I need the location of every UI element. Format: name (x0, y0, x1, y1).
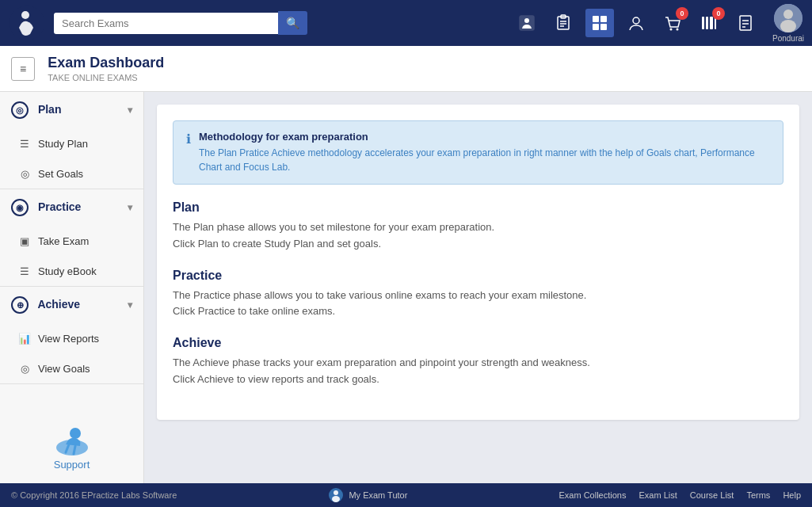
sidebar-practice-header[interactable]: ◉ Practice ▾ (0, 189, 143, 226)
search-area: 🔍 (54, 11, 307, 35)
practice-icon: ◉ (11, 199, 29, 216)
footer-copyright: © Copyright 2016 EPractize Labs Software (11, 490, 177, 500)
subheader: ≡ Exam Dashboard TAKE ONLINE EXAMS (0, 46, 812, 92)
svg-rect-10 (600, 16, 607, 22)
svg-point-3 (524, 18, 529, 23)
search-button[interactable]: 🔍 (278, 11, 307, 35)
sidebar-section-practice: ◉ Practice ▾ ▣ Take Exam ☰ Study eBook (0, 189, 143, 287)
nav-icons: 0 0 (513, 4, 804, 43)
svg-rect-11 (593, 24, 599, 30)
sidebar-item-take-exam[interactable]: ▣ Take Exam (0, 226, 143, 256)
sidebar-item-set-goals[interactable]: ◎ Set Goals (0, 158, 143, 189)
practice-chevron-icon: ▾ (128, 202, 132, 213)
svg-rect-20 (740, 16, 751, 30)
menu-toggle-button[interactable]: ≡ (11, 57, 35, 81)
clipboard-nav-button[interactable] (549, 9, 578, 37)
sidebar-set-goals-label: Set Goals (38, 168, 83, 180)
support-icon (51, 417, 93, 459)
sidebar-plan-header[interactable]: ◎ Plan ▾ (0, 92, 143, 128)
plan-section-text: The Plan phase allows you to set milesto… (173, 219, 783, 253)
sidebar-section-achieve: ⊕ Achieve ▾ 📊 View Reports ◎ View Goals (0, 287, 143, 384)
sidebar-study-ebook-label: Study eBook (38, 265, 97, 277)
take-exam-icon: ▣ (17, 234, 32, 248)
support-label: Support (54, 459, 90, 471)
subheader-title-area: Exam Dashboard TAKE ONLINE EXAMS (48, 55, 164, 82)
sidebar-study-plan-label: Study Plan (38, 138, 88, 150)
svg-point-1 (21, 11, 29, 19)
achieve-chevron-icon: ▾ (128, 299, 132, 311)
svg-point-31 (332, 496, 340, 502)
page-subtitle: TAKE ONLINE EXAMS (48, 73, 164, 82)
footer-link-terms[interactable]: Terms (746, 490, 770, 500)
footer-link-exam-list[interactable]: Exam List (639, 490, 677, 500)
page-title: Exam Dashboard (48, 55, 164, 71)
footer-brand: My Exam Tutor (328, 487, 407, 503)
sidebar-item-study-ebook[interactable]: ☰ Study eBook (0, 256, 143, 286)
view-reports-icon: 📊 (17, 331, 32, 345)
info-icon: ℹ (186, 132, 191, 174)
info-banner-content: Methodology for exam preparation The Pla… (199, 131, 770, 174)
content-area: ℹ Methodology for exam preparation The P… (144, 92, 812, 483)
study-ebook-icon: ☰ (17, 264, 32, 278)
sidebar-take-exam-label: Take Exam (38, 235, 89, 247)
info-banner-text: The Plan Pratice Achieve methodology acc… (199, 146, 770, 174)
content-practice-section: Practice The Practice phase allows you t… (173, 269, 783, 321)
sidebar-item-view-goals[interactable]: ◎ View Goals (0, 353, 143, 383)
profile-nav-button[interactable] (513, 9, 541, 37)
set-goals-icon: ◎ (17, 166, 32, 181)
content-card: ℹ Methodology for exam preparation The P… (157, 105, 799, 420)
practice-section-text: The Practice phase allows you to take va… (173, 288, 783, 321)
svg-rect-18 (710, 17, 713, 29)
sidebar-view-reports-label: View Reports (38, 333, 99, 345)
content-achieve-section: Achieve The Achieve phase tracks your ex… (173, 336, 783, 388)
info-banner-title: Methodology for exam preparation (199, 131, 770, 143)
svg-point-28 (70, 428, 81, 439)
library-nav-button[interactable]: 0 (695, 9, 723, 37)
footer-logo-icon (328, 487, 344, 503)
study-plan-icon: ☰ (17, 136, 32, 151)
footer-link-exam-collections[interactable]: Exam Collections (559, 490, 627, 500)
user-nav-button[interactable] (622, 9, 650, 37)
info-banner: ℹ Methodology for exam preparation The P… (173, 120, 783, 185)
svg-point-25 (783, 10, 793, 19)
svg-point-30 (334, 490, 338, 495)
svg-rect-17 (706, 17, 708, 29)
svg-rect-16 (702, 17, 704, 29)
svg-rect-9 (593, 16, 599, 22)
header: 🔍 (0, 0, 812, 46)
plan-section-title: Plan (173, 200, 783, 215)
sidebar: ◎ Plan ▾ ☰ Study Plan ◎ Set Goals ◉ Prac… (0, 92, 144, 483)
svg-point-14 (669, 29, 672, 31)
content-plan-section: Plan The Plan phase allows you to set mi… (173, 200, 783, 253)
sidebar-view-goals-label: View Goals (38, 363, 90, 375)
notes-nav-button[interactable] (731, 9, 760, 37)
logo (8, 4, 46, 42)
sidebar-achieve-header[interactable]: ⊕ Achieve ▾ (0, 287, 143, 323)
main-layout: ◎ Plan ▾ ☰ Study Plan ◎ Set Goals ◉ Prac… (0, 92, 812, 483)
achieve-section-text: The Achieve phase tracks your exam prepa… (173, 355, 783, 388)
search-input[interactable] (54, 13, 278, 34)
sidebar-achieve-label: Achieve (37, 298, 80, 311)
svg-point-15 (676, 29, 678, 31)
dashboard-nav-button[interactable] (585, 9, 614, 37)
practice-section-title: Practice (173, 269, 783, 283)
library-badge: 0 (712, 7, 725, 20)
footer: © Copyright 2016 EPractize Labs Software… (0, 483, 812, 507)
plan-icon: ◎ (11, 101, 29, 119)
sidebar-item-study-plan[interactable]: ☰ Study Plan (0, 128, 143, 158)
achieve-section-title: Achieve (173, 336, 783, 350)
achieve-icon: ⊕ (11, 296, 29, 314)
svg-point-13 (633, 17, 639, 24)
sidebar-practice-label: Practice (38, 200, 81, 213)
user-name-label: Pondurai (772, 34, 804, 43)
footer-link-course-list[interactable]: Course List (690, 490, 734, 500)
sidebar-item-view-reports[interactable]: 📊 View Reports (0, 323, 143, 353)
cart-nav-button[interactable]: 0 (658, 9, 687, 37)
user-profile[interactable]: Pondurai (772, 4, 804, 43)
view-goals-icon: ◎ (17, 361, 32, 375)
sidebar-plan-label: Plan (38, 103, 62, 116)
footer-link-help[interactable]: Help (783, 490, 801, 500)
support-area[interactable]: Support (0, 405, 143, 483)
sidebar-section-plan: ◎ Plan ▾ ☰ Study Plan ◎ Set Goals (0, 92, 143, 189)
svg-rect-12 (600, 24, 607, 30)
